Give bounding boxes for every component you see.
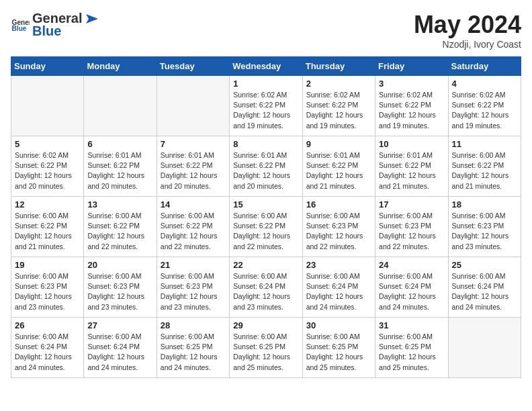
calendar-day-cell bbox=[448, 318, 521, 378]
weekday-header-sunday: Sunday bbox=[11, 57, 84, 76]
weekday-header-friday: Friday bbox=[375, 57, 448, 76]
weekday-header-thursday: Thursday bbox=[302, 57, 375, 76]
day-info: Sunrise: 6:00 AM Sunset: 6:24 PM Dayligh… bbox=[379, 271, 444, 312]
calendar-day-cell: 13Sunrise: 6:00 AM Sunset: 6:22 PM Dayli… bbox=[84, 197, 157, 257]
day-number: 8 bbox=[233, 139, 298, 149]
day-number: 12 bbox=[15, 199, 80, 210]
day-info: Sunrise: 6:02 AM Sunset: 6:22 PM Dayligh… bbox=[306, 90, 371, 131]
day-number: 13 bbox=[87, 199, 152, 210]
day-info: Sunrise: 6:00 AM Sunset: 6:22 PM Dayligh… bbox=[233, 211, 298, 252]
day-info: Sunrise: 6:00 AM Sunset: 6:24 PM Dayligh… bbox=[306, 271, 371, 312]
calendar-day-cell: 16Sunrise: 6:00 AM Sunset: 6:23 PM Dayli… bbox=[302, 197, 375, 257]
day-number: 18 bbox=[452, 199, 517, 210]
logo-arrow-icon bbox=[83, 13, 98, 25]
day-number: 30 bbox=[306, 320, 371, 330]
svg-text:Blue: Blue bbox=[12, 25, 27, 32]
day-number: 9 bbox=[306, 139, 371, 149]
calendar-day-cell bbox=[11, 76, 84, 136]
calendar-day-cell: 10Sunrise: 6:01 AM Sunset: 6:22 PM Dayli… bbox=[375, 136, 448, 197]
month-title: May 2024 bbox=[414, 11, 521, 39]
weekday-header-row: SundayMondayTuesdayWednesdayThursdayFrid… bbox=[11, 57, 521, 76]
calendar-day-cell: 1Sunrise: 6:02 AM Sunset: 6:22 PM Daylig… bbox=[230, 76, 302, 136]
day-info: Sunrise: 6:02 AM Sunset: 6:22 PM Dayligh… bbox=[233, 90, 298, 131]
location-title: Nzodji, Ivory Coast bbox=[414, 39, 521, 50]
day-info: Sunrise: 6:01 AM Sunset: 6:22 PM Dayligh… bbox=[233, 150, 298, 191]
day-info: Sunrise: 6:00 AM Sunset: 6:23 PM Dayligh… bbox=[15, 271, 80, 312]
day-number: 21 bbox=[161, 260, 226, 270]
day-info: Sunrise: 6:01 AM Sunset: 6:22 PM Dayligh… bbox=[87, 150, 152, 191]
logo: General Blue General Blue bbox=[11, 11, 98, 39]
weekday-header-monday: Monday bbox=[84, 57, 157, 76]
calendar-day-cell: 17Sunrise: 6:00 AM Sunset: 6:23 PM Dayli… bbox=[375, 197, 448, 257]
day-number: 4 bbox=[452, 79, 517, 89]
title-area: May 2024 Nzodji, Ivory Coast bbox=[414, 11, 521, 50]
calendar-day-cell: 25Sunrise: 6:00 AM Sunset: 6:24 PM Dayli… bbox=[448, 257, 521, 318]
day-number: 1 bbox=[233, 79, 298, 89]
day-number: 24 bbox=[379, 260, 444, 270]
day-number: 6 bbox=[87, 139, 152, 149]
calendar-day-cell: 26Sunrise: 6:00 AM Sunset: 6:24 PM Dayli… bbox=[11, 318, 84, 378]
day-info: Sunrise: 6:00 AM Sunset: 6:23 PM Dayligh… bbox=[87, 271, 152, 312]
day-info: Sunrise: 6:00 AM Sunset: 6:24 PM Dayligh… bbox=[233, 271, 298, 312]
day-info: Sunrise: 6:00 AM Sunset: 6:24 PM Dayligh… bbox=[87, 332, 152, 373]
day-number: 3 bbox=[379, 79, 444, 89]
day-info: Sunrise: 6:01 AM Sunset: 6:22 PM Dayligh… bbox=[161, 150, 226, 191]
day-number: 31 bbox=[379, 320, 444, 330]
calendar-day-cell: 18Sunrise: 6:00 AM Sunset: 6:23 PM Dayli… bbox=[448, 197, 521, 257]
calendar-week-row: 26Sunrise: 6:00 AM Sunset: 6:24 PM Dayli… bbox=[11, 318, 521, 378]
day-info: Sunrise: 6:02 AM Sunset: 6:22 PM Dayligh… bbox=[379, 90, 444, 131]
day-info: Sunrise: 6:00 AM Sunset: 6:22 PM Dayligh… bbox=[87, 211, 152, 252]
day-info: Sunrise: 6:01 AM Sunset: 6:22 PM Dayligh… bbox=[379, 150, 444, 191]
calendar-day-cell: 29Sunrise: 6:00 AM Sunset: 6:25 PM Dayli… bbox=[230, 318, 302, 378]
calendar-day-cell: 6Sunrise: 6:01 AM Sunset: 6:22 PM Daylig… bbox=[84, 136, 157, 197]
calendar-day-cell: 24Sunrise: 6:00 AM Sunset: 6:24 PM Dayli… bbox=[375, 257, 448, 318]
logo-icon: General Blue bbox=[11, 15, 30, 34]
day-info: Sunrise: 6:00 AM Sunset: 6:22 PM Dayligh… bbox=[161, 211, 226, 252]
day-number: 15 bbox=[233, 199, 298, 210]
day-info: Sunrise: 6:00 AM Sunset: 6:25 PM Dayligh… bbox=[161, 332, 226, 373]
calendar-day-cell bbox=[157, 76, 229, 136]
calendar-week-row: 1Sunrise: 6:02 AM Sunset: 6:22 PM Daylig… bbox=[11, 76, 521, 136]
day-info: Sunrise: 6:00 AM Sunset: 6:25 PM Dayligh… bbox=[233, 332, 298, 373]
calendar-day-cell: 27Sunrise: 6:00 AM Sunset: 6:24 PM Dayli… bbox=[84, 318, 157, 378]
svg-marker-2 bbox=[86, 14, 98, 24]
day-info: Sunrise: 6:00 AM Sunset: 6:25 PM Dayligh… bbox=[306, 332, 371, 373]
calendar-day-cell: 21Sunrise: 6:00 AM Sunset: 6:23 PM Dayli… bbox=[157, 257, 229, 318]
calendar-day-cell: 7Sunrise: 6:01 AM Sunset: 6:22 PM Daylig… bbox=[157, 136, 229, 197]
day-info: Sunrise: 6:00 AM Sunset: 6:24 PM Dayligh… bbox=[15, 332, 80, 373]
day-number: 14 bbox=[161, 199, 226, 210]
calendar-day-cell: 31Sunrise: 6:00 AM Sunset: 6:25 PM Dayli… bbox=[375, 318, 448, 378]
day-info: Sunrise: 6:00 AM Sunset: 6:23 PM Dayligh… bbox=[306, 211, 371, 252]
day-number: 5 bbox=[15, 139, 80, 149]
day-number: 10 bbox=[379, 139, 444, 149]
day-number: 11 bbox=[452, 139, 517, 149]
calendar-table: SundayMondayTuesdayWednesdayThursdayFrid… bbox=[11, 56, 521, 378]
calendar-day-cell bbox=[84, 76, 157, 136]
weekday-header-wednesday: Wednesday bbox=[230, 57, 302, 76]
day-info: Sunrise: 6:00 AM Sunset: 6:25 PM Dayligh… bbox=[379, 332, 444, 373]
day-number: 22 bbox=[233, 260, 298, 270]
calendar-day-cell: 8Sunrise: 6:01 AM Sunset: 6:22 PM Daylig… bbox=[230, 136, 302, 197]
calendar-day-cell: 2Sunrise: 6:02 AM Sunset: 6:22 PM Daylig… bbox=[302, 76, 375, 136]
day-info: Sunrise: 6:00 AM Sunset: 6:23 PM Dayligh… bbox=[452, 211, 517, 252]
calendar-day-cell: 5Sunrise: 6:02 AM Sunset: 6:22 PM Daylig… bbox=[11, 136, 84, 197]
day-number: 2 bbox=[306, 79, 371, 89]
calendar-day-cell: 22Sunrise: 6:00 AM Sunset: 6:24 PM Dayli… bbox=[230, 257, 302, 318]
day-info: Sunrise: 6:02 AM Sunset: 6:22 PM Dayligh… bbox=[15, 150, 80, 191]
day-info: Sunrise: 6:00 AM Sunset: 6:22 PM Dayligh… bbox=[452, 150, 517, 191]
calendar-day-cell: 12Sunrise: 6:00 AM Sunset: 6:22 PM Dayli… bbox=[11, 197, 84, 257]
day-number: 23 bbox=[306, 260, 371, 270]
calendar-day-cell: 9Sunrise: 6:01 AM Sunset: 6:22 PM Daylig… bbox=[302, 136, 375, 197]
calendar-week-row: 5Sunrise: 6:02 AM Sunset: 6:22 PM Daylig… bbox=[11, 136, 521, 197]
calendar-day-cell: 3Sunrise: 6:02 AM Sunset: 6:22 PM Daylig… bbox=[375, 76, 448, 136]
calendar-week-row: 12Sunrise: 6:00 AM Sunset: 6:22 PM Dayli… bbox=[11, 197, 521, 257]
calendar-day-cell: 15Sunrise: 6:00 AM Sunset: 6:22 PM Dayli… bbox=[230, 197, 302, 257]
day-number: 7 bbox=[161, 139, 226, 149]
weekday-header-saturday: Saturday bbox=[448, 57, 521, 76]
calendar-day-cell: 30Sunrise: 6:00 AM Sunset: 6:25 PM Dayli… bbox=[302, 318, 375, 378]
day-number: 29 bbox=[233, 320, 298, 330]
calendar-day-cell: 11Sunrise: 6:00 AM Sunset: 6:22 PM Dayli… bbox=[448, 136, 521, 197]
calendar-day-cell: 14Sunrise: 6:00 AM Sunset: 6:22 PM Dayli… bbox=[157, 197, 229, 257]
weekday-header-tuesday: Tuesday bbox=[157, 57, 229, 76]
day-number: 26 bbox=[15, 320, 80, 330]
